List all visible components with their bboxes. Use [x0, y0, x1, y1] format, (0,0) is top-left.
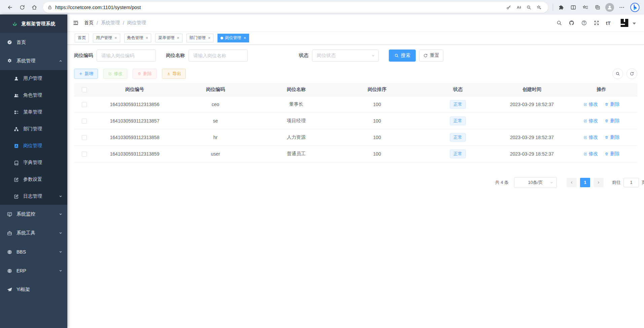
- close-icon[interactable]: ×: [243, 36, 246, 40]
- zoom-icon[interactable]: [524, 3, 534, 12]
- row-edit-link[interactable]: 修改: [583, 134, 598, 140]
- add-favorite-icon[interactable]: [534, 3, 544, 12]
- show-search-toggle-button[interactable]: [612, 68, 623, 79]
- tab-role-management[interactable]: 角色管理 ×: [124, 34, 151, 42]
- sidebar-item-label: 系统监控: [16, 211, 35, 217]
- paper-plane-icon: [7, 287, 12, 293]
- fullscreen-icon[interactable]: [594, 20, 600, 26]
- goto-page-input[interactable]: [623, 178, 639, 187]
- row-delete-link[interactable]: 删除: [605, 118, 619, 124]
- cell-created: 2023-03-29 18:52:37: [498, 145, 566, 162]
- globe-icon: [7, 249, 12, 255]
- sidebar-item-system-tools[interactable]: 系统工具: [0, 224, 67, 242]
- sidebar-item-label: BBS: [16, 249, 26, 255]
- row-edit-link[interactable]: 修改: [583, 151, 598, 157]
- page-size-select[interactable]: 10条/页: [514, 177, 557, 188]
- sidebar-item-system-monitor[interactable]: 系统监控: [0, 205, 67, 224]
- close-icon[interactable]: ×: [114, 36, 117, 40]
- row-checkbox[interactable]: [82, 135, 87, 140]
- sidebar-item-dict-management[interactable]: 字典管理: [0, 154, 67, 171]
- extensions-icon[interactable]: [555, 2, 567, 13]
- sidebar-item-log-management[interactable]: 日志管理: [0, 188, 67, 205]
- add-button[interactable]: 新增: [74, 69, 98, 79]
- breadcrumb: 首页 / 系统管理 / 岗位管理: [84, 20, 146, 26]
- sidebar-fold-icon[interactable]: [67, 14, 84, 31]
- breadcrumb-home[interactable]: 首页: [84, 20, 94, 26]
- sidebar-item-bbs[interactable]: BBS: [0, 242, 67, 261]
- delete-button[interactable]: 删除: [133, 69, 157, 79]
- status-select[interactable]: 岗位状态: [312, 50, 379, 62]
- sidebar-item-home[interactable]: 首页: [0, 33, 67, 52]
- browser-refresh-button[interactable]: [16, 2, 28, 13]
- cell-post-id: 1641030593112313857: [94, 112, 175, 129]
- select-all-checkbox[interactable]: [82, 87, 87, 92]
- sidebar-item-user-management[interactable]: 用户管理: [0, 70, 67, 87]
- sidebar-item-post-management[interactable]: 岗位管理: [0, 137, 67, 154]
- row-delete-link[interactable]: 删除: [605, 151, 619, 157]
- collections-icon[interactable]: [591, 2, 604, 13]
- edit-button[interactable]: 修改: [103, 69, 127, 79]
- log-icon: [13, 194, 19, 199]
- close-icon[interactable]: ×: [177, 36, 179, 40]
- book-icon: [13, 160, 19, 166]
- tab-home[interactable]: 首页: [75, 34, 89, 42]
- row-edit-link[interactable]: 修改: [583, 118, 598, 124]
- chevron-down-icon: [59, 269, 63, 273]
- read-aloud-icon[interactable]: [514, 3, 524, 12]
- copilot-bing-icon[interactable]: [630, 2, 640, 12]
- download-icon: [167, 72, 171, 76]
- reset-button[interactable]: 重置: [419, 50, 443, 62]
- row-delete-link[interactable]: 删除: [605, 134, 619, 140]
- chevron-down-icon: [549, 181, 554, 185]
- column-header-created: 创建时间: [498, 83, 566, 96]
- tab-user-management[interactable]: 用户管理 ×: [93, 34, 120, 42]
- font-size-icon[interactable]: tT: [606, 21, 611, 26]
- trash-icon: [605, 119, 609, 123]
- close-icon[interactable]: ×: [208, 36, 211, 40]
- sidebar-item-label: Yi框架: [16, 287, 30, 293]
- export-button[interactable]: 导出: [162, 69, 186, 79]
- post-name-input[interactable]: [189, 50, 248, 62]
- browser-settings-menu-icon[interactable]: [616, 2, 628, 13]
- tab-label: 首页: [78, 35, 86, 41]
- split-screen-icon[interactable]: [567, 2, 579, 13]
- browser-home-button[interactable]: [28, 2, 40, 13]
- edit-square-icon: [13, 177, 19, 183]
- sidebar-item-role-management[interactable]: 角色管理: [0, 87, 67, 104]
- page-number-1[interactable]: 1: [580, 178, 590, 187]
- password-key-icon[interactable]: [504, 3, 514, 12]
- row-checkbox[interactable]: [82, 102, 87, 107]
- post-code-input[interactable]: [97, 50, 156, 62]
- favorites-icon[interactable]: [579, 2, 591, 13]
- browser-back-button[interactable]: [4, 2, 16, 13]
- sidebar-item-system-management[interactable]: 系统管理: [0, 52, 67, 70]
- sidebar-item-param-settings[interactable]: 参数设置: [0, 171, 67, 188]
- github-icon[interactable]: [569, 20, 575, 26]
- header-search-icon[interactable]: [556, 20, 562, 26]
- user-avatar-dropdown[interactable]: [619, 18, 636, 28]
- table-row: 1641030593112313857 se 项目经理 100 正常 修改 删除: [74, 112, 637, 129]
- row-edit-link[interactable]: 修改: [583, 101, 598, 107]
- tab-dept-management[interactable]: 部门管理 ×: [187, 34, 214, 42]
- close-icon[interactable]: ×: [146, 36, 148, 40]
- column-header-post-id: 岗位编号: [94, 83, 175, 96]
- status-badge: 正常: [450, 133, 466, 142]
- browser-profile-avatar[interactable]: [604, 2, 616, 13]
- pagination-total: 共 4 条: [495, 179, 509, 186]
- sidebar-item-erp[interactable]: ERP: [0, 261, 67, 280]
- search-button[interactable]: 搜索: [389, 50, 416, 62]
- row-checkbox[interactable]: [82, 152, 87, 157]
- sidebar-item-menu-management[interactable]: 菜单管理: [0, 104, 67, 121]
- sidebar-item-yi-framework[interactable]: Yi框架: [0, 280, 67, 299]
- refresh-table-button[interactable]: [626, 68, 637, 79]
- tab-menu-management[interactable]: 菜单管理 ×: [155, 34, 182, 42]
- sidebar-item-dept-management[interactable]: 部门管理: [0, 121, 67, 137]
- tab-post-management[interactable]: 岗位管理 ×: [217, 34, 249, 42]
- help-icon[interactable]: [581, 20, 587, 26]
- chevron-down-icon: [59, 212, 63, 216]
- row-delete-link[interactable]: 删除: [605, 101, 619, 107]
- next-page-button[interactable]: [594, 178, 604, 187]
- row-checkbox[interactable]: [82, 119, 87, 124]
- prev-page-button[interactable]: [567, 178, 577, 187]
- address-bar[interactable]: https://ccnetcore.com:1101/system/post: [43, 2, 548, 13]
